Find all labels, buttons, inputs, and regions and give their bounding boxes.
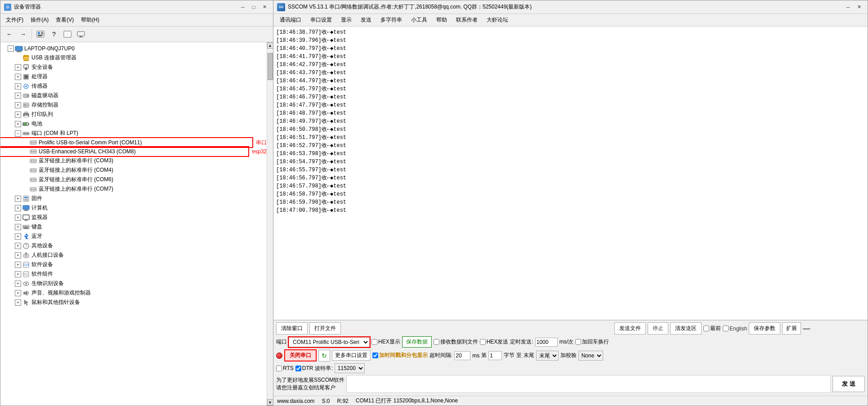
maximize-button[interactable]: □: [249, 3, 259, 12]
menu-display[interactable]: 显示: [336, 15, 356, 25]
dtr-checkbox[interactable]: [295, 366, 301, 371]
tree-node-audio[interactable]: + 声音、视频和游戏控制器: [0, 288, 267, 298]
tree-node-keyboard[interactable]: + 键盘: [0, 222, 267, 232]
minimize-button[interactable]: ─: [238, 3, 248, 12]
cpu-expand[interactable]: +: [15, 74, 21, 80]
refresh-button[interactable]: ↻: [318, 350, 330, 361]
menu-helpitem[interactable]: 帮助: [432, 15, 452, 25]
tree-node-com11[interactable]: Prolific USB-to-Serial Comm Port (COM11): [0, 138, 252, 147]
security-expand[interactable]: +: [15, 64, 21, 71]
expand-icon[interactable]: —: [803, 325, 810, 333]
menu-help[interactable]: 帮助(H): [77, 15, 103, 25]
tree-node-print[interactable]: + 打印队列: [0, 110, 267, 119]
hex-send-checkbox[interactable]: [480, 339, 486, 345]
port-select[interactable]: COM11 Prolific USB-to-Seri: [289, 337, 370, 347]
storage-expand[interactable]: +: [15, 102, 21, 108]
timer-input[interactable]: [535, 338, 558, 347]
menu-multi-string[interactable]: 多字符串: [376, 15, 407, 25]
scroll-track[interactable]: [267, 49, 273, 399]
scroll-thumb[interactable]: [268, 53, 273, 80]
end-select[interactable]: 末尾: [536, 351, 559, 361]
keyboard-expand[interactable]: +: [15, 224, 21, 230]
root-expand[interactable]: −: [8, 45, 14, 52]
tree-node-storage[interactable]: + 存储控制器: [0, 100, 267, 110]
disk-expand[interactable]: +: [15, 93, 21, 99]
baud-select[interactable]: 115200: [335, 363, 365, 373]
component-expand[interactable]: +: [15, 271, 21, 277]
menu-file[interactable]: 文件(F): [2, 15, 27, 25]
menu-forum[interactable]: 大虾论坛: [482, 15, 513, 25]
check-select[interactable]: None: [578, 351, 603, 361]
sscom-close[interactable]: ✕: [854, 3, 864, 12]
bio-expand[interactable]: +: [15, 281, 21, 287]
sscom-minimize[interactable]: ─: [843, 3, 853, 12]
tree-node-bt6[interactable]: 蓝牙链接上的标准串行 (COM6): [0, 175, 267, 184]
tree-node-firmware[interactable]: + 固件: [0, 194, 267, 203]
tree-node-usb[interactable]: USB USB 连接器管理器: [0, 53, 267, 62]
tree-node-disk[interactable]: + 磁盘驱动器: [0, 91, 267, 100]
scroll-down[interactable]: ▼: [267, 399, 273, 406]
device-tree[interactable]: − LAPTOP-0NQJ7UP0 USB USB 连接器管理器 +: [0, 42, 267, 406]
menu-tools[interactable]: 小工具: [407, 15, 432, 25]
tree-node-com8[interactable]: USB-Enhanced-SERIAL CH343 (COM8): [0, 147, 248, 156]
more-port-settings-button[interactable]: 更多串口设置: [332, 350, 371, 361]
add-car-checkbox[interactable]: [575, 339, 581, 345]
toolbar-help[interactable]: ?: [48, 28, 60, 40]
print-expand[interactable]: +: [15, 112, 21, 118]
tree-node-bt4[interactable]: 蓝牙链接上的标准串行 (COM4): [0, 165, 267, 175]
toolbar-properties[interactable]: [34, 28, 47, 40]
toolbar-back[interactable]: ←: [3, 28, 16, 40]
save-data-button[interactable]: 保存数据: [402, 336, 432, 348]
battery-expand[interactable]: +: [15, 121, 21, 127]
send-file-button[interactable]: 发送文件: [614, 322, 646, 335]
menu-view[interactable]: 查看(V): [52, 15, 77, 25]
tree-node-sensor[interactable]: + 传感器: [0, 81, 267, 91]
tree-node-bt3[interactable]: 蓝牙链接上的标准串行 (COM3): [0, 156, 267, 165]
menu-comport[interactable]: 通讯端口: [275, 15, 306, 25]
menu-serial-settings[interactable]: 串口设置: [306, 15, 336, 25]
hid-expand[interactable]: +: [15, 252, 21, 259]
software-expand[interactable]: +: [15, 262, 21, 268]
tree-node-monitor[interactable]: + 监视器: [0, 213, 267, 222]
toolbar-forward[interactable]: →: [17, 28, 29, 40]
pointer-expand[interactable]: +: [15, 299, 21, 306]
num-input[interactable]: [488, 351, 502, 360]
clear-send-button[interactable]: 清发送区: [670, 322, 702, 335]
bluetooth-expand[interactable]: +: [15, 233, 21, 240]
toolbar-display[interactable]: [75, 28, 87, 40]
menu-action[interactable]: 操作(A): [27, 15, 52, 25]
tree-node-bluetooth[interactable]: + 蓝牙: [0, 232, 267, 241]
menu-contact[interactable]: 联系作者: [452, 15, 482, 25]
close-button[interactable]: ✕: [260, 3, 269, 12]
other-expand[interactable]: +: [15, 243, 21, 249]
firmware-expand[interactable]: +: [15, 196, 21, 202]
open-file-button[interactable]: 打开文件: [309, 322, 341, 335]
monitor-expand[interactable]: +: [15, 214, 21, 221]
tree-node-component[interactable]: + SC 软件组件: [0, 269, 267, 279]
rts-checkbox[interactable]: [276, 366, 282, 371]
tree-node-software[interactable]: + SW 软件设备: [0, 260, 267, 269]
tree-node-battery[interactable]: + 电池: [0, 119, 267, 129]
send-textarea[interactable]: [346, 375, 831, 393]
close-port-button[interactable]: 关闭串口: [284, 349, 317, 361]
scroll-up[interactable]: ▲: [267, 42, 273, 49]
tree-node-security[interactable]: + 安全设备: [0, 62, 267, 72]
timeout-input[interactable]: [454, 351, 470, 360]
recv-file-checkbox[interactable]: [434, 339, 439, 345]
timestamp-checkbox[interactable]: [372, 352, 378, 358]
tree-node-pointer[interactable]: + 鼠标和其他指针设备: [0, 298, 267, 307]
clear-window-button[interactable]: 清除窗口: [276, 322, 308, 335]
tree-root[interactable]: − LAPTOP-0NQJ7UP0: [0, 44, 267, 53]
save-params-button[interactable]: 保存参数: [749, 322, 780, 335]
port-expand[interactable]: −: [15, 130, 21, 137]
computer-expand[interactable]: +: [15, 205, 21, 211]
sensor-expand[interactable]: +: [15, 83, 21, 89]
tree-node-hid[interactable]: + 人机接口设备: [0, 250, 267, 260]
tree-node-bio[interactable]: + 生物识别设备: [0, 279, 267, 288]
hex-display-checkbox[interactable]: [371, 339, 377, 345]
tree-node-bt7[interactable]: 蓝牙链接上的标准串行 (COM7): [0, 184, 267, 194]
tree-node-cpu[interactable]: + 处理器: [0, 72, 267, 81]
tree-node-port[interactable]: − 端口 (COM 和 LPT): [0, 129, 267, 138]
menu-send[interactable]: 发送: [356, 15, 376, 25]
tree-node-computer[interactable]: + 计算机: [0, 203, 267, 213]
